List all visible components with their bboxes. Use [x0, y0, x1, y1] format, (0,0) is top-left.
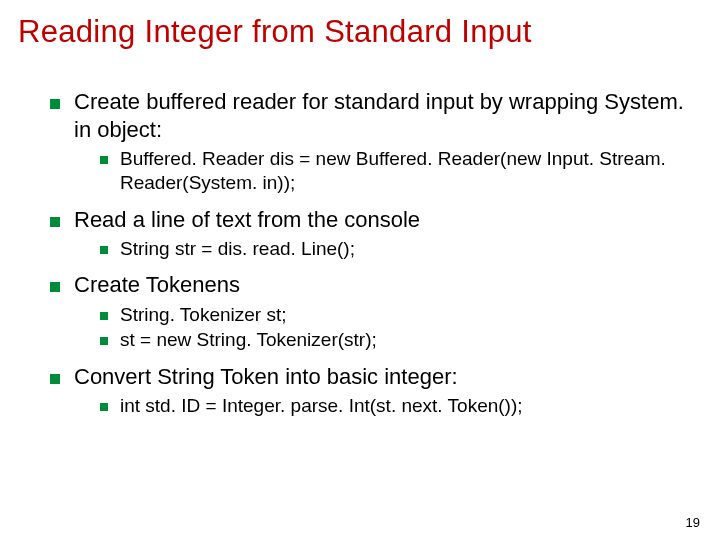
- bullet-item: Convert String Token into basic integer:: [50, 363, 700, 391]
- slide-content: Create buffered reader for standard inpu…: [0, 50, 720, 418]
- sub-bullet-text: st = new String. Tokenizer(str);: [120, 328, 377, 352]
- bullet-square-icon: [100, 337, 108, 345]
- page-number: 19: [686, 515, 700, 530]
- bullet-square-icon: [100, 312, 108, 320]
- sub-bullet-item: int std. ID = Integer. parse. Int(st. ne…: [100, 394, 700, 418]
- bullet-item: Create Tokenens: [50, 271, 700, 299]
- sub-list: int std. ID = Integer. parse. Int(st. ne…: [50, 394, 700, 418]
- bullet-square-icon: [100, 156, 108, 164]
- sub-bullet-item: Buffered. Reader dis = new Buffered. Rea…: [100, 147, 700, 196]
- sub-list: String. Tokenizer st; st = new String. T…: [50, 303, 700, 353]
- sub-bullet-text: String. Tokenizer st;: [120, 303, 287, 327]
- bullet-square-icon: [50, 282, 60, 292]
- bullet-text: Create buffered reader for standard inpu…: [74, 88, 700, 143]
- slide-title: Reading Integer from Standard Input: [0, 0, 720, 50]
- bullet-square-icon: [100, 246, 108, 254]
- bullet-item: Create buffered reader for standard inpu…: [50, 88, 700, 143]
- bullet-square-icon: [100, 403, 108, 411]
- bullet-text: Read a line of text from the console: [74, 206, 420, 234]
- sub-bullet-item: String. Tokenizer st;: [100, 303, 700, 327]
- sub-bullet-text: int std. ID = Integer. parse. Int(st. ne…: [120, 394, 523, 418]
- bullet-text: Create Tokenens: [74, 271, 240, 299]
- bullet-square-icon: [50, 99, 60, 109]
- sub-list: Buffered. Reader dis = new Buffered. Rea…: [50, 147, 700, 196]
- bullet-square-icon: [50, 217, 60, 227]
- sub-bullet-text: String str = dis. read. Line();: [120, 237, 355, 261]
- bullet-square-icon: [50, 374, 60, 384]
- sub-bullet-item: String str = dis. read. Line();: [100, 237, 700, 261]
- sub-bullet-item: st = new String. Tokenizer(str);: [100, 328, 700, 352]
- sub-bullet-text: Buffered. Reader dis = new Buffered. Rea…: [120, 147, 700, 196]
- bullet-item: Read a line of text from the console: [50, 206, 700, 234]
- sub-list: String str = dis. read. Line();: [50, 237, 700, 261]
- bullet-text: Convert String Token into basic integer:: [74, 363, 458, 391]
